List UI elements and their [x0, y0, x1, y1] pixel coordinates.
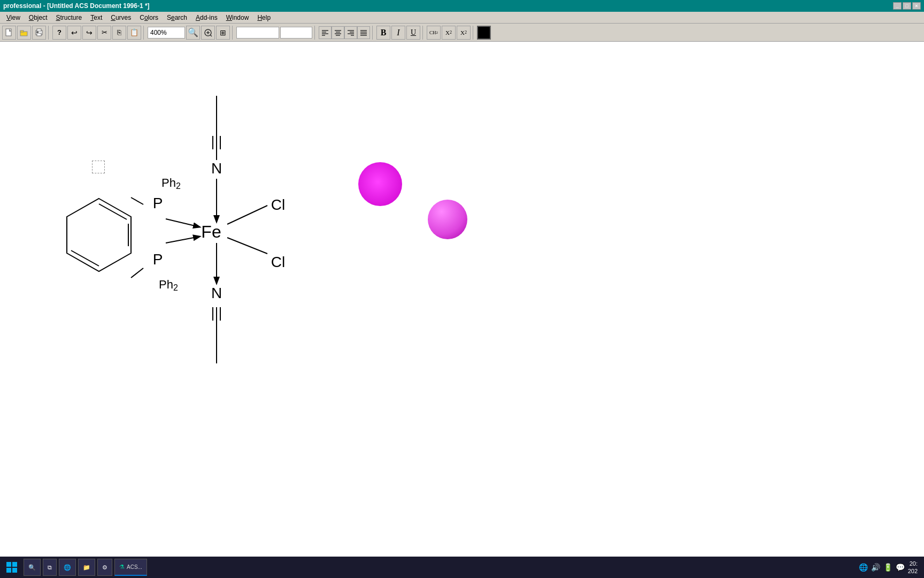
menu-text[interactable]: Text	[86, 13, 106, 22]
settings-icon: ⚙	[102, 564, 107, 571]
magenta-circle-large[interactable]	[358, 162, 402, 206]
window-title: professional - [Untitled ACS Document 19…	[3, 2, 893, 10]
battery-icon[interactable]: 🔋	[883, 563, 892, 572]
align-right-button[interactable]	[344, 26, 357, 39]
volume-icon[interactable]: 🔊	[871, 563, 880, 572]
cl-top-label: Cl	[271, 196, 285, 213]
undo-button[interactable]: ↩	[67, 26, 81, 40]
svg-rect-28	[0, 42, 924, 567]
align-center-button[interactable]	[332, 26, 344, 39]
n-top-label: N	[211, 160, 222, 177]
magenta-circle-small[interactable]	[428, 200, 467, 239]
separator-4	[314, 26, 317, 40]
separator-1	[48, 26, 50, 40]
print-button[interactable]	[32, 26, 46, 40]
font-family-dropdown[interactable]	[236, 27, 279, 39]
wechat-icon[interactable]: 💬	[896, 563, 905, 572]
explorer-icon: 📁	[83, 564, 90, 571]
bold-button[interactable]: B	[376, 26, 390, 40]
menu-colors[interactable]: Colors	[135, 13, 163, 22]
menu-addins[interactable]: Add-ins	[191, 13, 222, 22]
separator-5	[372, 26, 374, 40]
p-bottom-label: P	[153, 251, 163, 268]
svg-rect-49	[6, 562, 11, 567]
settings-button[interactable]: ⚙	[97, 559, 112, 576]
superscript-button[interactable]: X2	[457, 26, 471, 40]
cl-bottom-label: Cl	[271, 254, 285, 270]
svg-rect-7	[36, 32, 38, 33]
svg-rect-0	[6, 29, 11, 36]
menu-view[interactable]: View	[2, 13, 25, 22]
separator-7	[473, 26, 475, 40]
chemistry-canvas: Fe N N Cl Cl P Ph2 P	[0, 42, 924, 567]
search-taskbar-button[interactable]: 🔍	[24, 559, 41, 576]
italic-button[interactable]: I	[391, 26, 405, 40]
zoom-in-button[interactable]	[201, 26, 215, 40]
svg-line-9	[210, 35, 212, 36]
menu-curves[interactable]: Curves	[106, 13, 135, 22]
svg-rect-3	[20, 31, 24, 32]
fe-label: Fe	[201, 222, 221, 241]
menu-object[interactable]: Object	[25, 13, 52, 22]
date: 202	[908, 567, 918, 575]
help-button[interactable]: ?	[52, 26, 66, 40]
titlebar: professional - [Untitled ACS Document 19…	[0, 0, 924, 12]
font-size-dropdown[interactable]	[280, 27, 312, 39]
copy-button[interactable]: ⎘	[112, 26, 126, 40]
align-justify-button[interactable]	[357, 26, 370, 39]
cut-button[interactable]: ✂	[97, 26, 111, 40]
menu-structure[interactable]: Structure	[52, 13, 87, 22]
taskview-button[interactable]: ⧉	[43, 559, 57, 576]
close-button[interactable]: ×	[912, 2, 921, 10]
time: 20:	[908, 560, 918, 567]
ch2-button[interactable]: CH2	[427, 26, 441, 40]
redo-button[interactable]: ↪	[82, 26, 96, 40]
menu-window[interactable]: Window	[222, 13, 253, 22]
clock[interactable]: 20: 202	[908, 560, 918, 575]
taskbar: 🔍 ⧉ 🌐 📁 ⚙ ⚗ ACS... 🌐 🔊 🔋 💬 20: 202	[0, 557, 924, 578]
explorer-button[interactable]: 📁	[78, 559, 95, 576]
minimize-button[interactable]: _	[893, 2, 902, 10]
svg-rect-6	[37, 29, 41, 31]
n-bottom-label: N	[211, 285, 222, 301]
edge-icon: 🌐	[64, 564, 71, 571]
paste-button[interactable]: 📋	[127, 26, 141, 40]
menu-help[interactable]: Help	[253, 13, 275, 22]
menubar: View Object Structure Text Curves Colors…	[0, 12, 924, 24]
taskview-icon: ⧉	[48, 564, 52, 571]
zoom-out-button[interactable]: 🔍	[186, 26, 200, 40]
color-swatch[interactable]	[477, 26, 491, 40]
menu-search[interactable]: Search	[163, 13, 191, 22]
toolbar: ? ↩ ↪ ✂ ⎘ 📋 🔍 ⊞ B I U CH2	[0, 24, 924, 42]
underline-button[interactable]: U	[406, 26, 420, 40]
separator-3	[232, 26, 234, 40]
svg-rect-5	[37, 33, 41, 36]
system-tray: 🌐 🔊 🔋 💬 20: 202	[854, 560, 922, 575]
align-group	[319, 26, 370, 39]
fit-page-button[interactable]: ⊞	[216, 26, 230, 40]
start-button[interactable]	[2, 559, 21, 576]
svg-rect-51	[6, 568, 11, 573]
align-left-button[interactable]	[319, 26, 332, 39]
acs-icon: ⚗	[119, 564, 125, 571]
network-icon[interactable]: 🌐	[859, 563, 868, 572]
edge-button[interactable]: 🌐	[59, 559, 76, 576]
acs-button[interactable]: ⚗ ACS...	[114, 559, 147, 576]
open-button[interactable]	[17, 26, 31, 40]
separator-2	[143, 26, 145, 40]
maximize-button[interactable]: □	[903, 2, 911, 10]
acs-label: ACS...	[127, 564, 142, 570]
svg-rect-50	[12, 562, 17, 567]
svg-rect-52	[12, 568, 17, 573]
p-top-label: P	[153, 195, 163, 211]
zoom-input[interactable]	[148, 27, 185, 39]
search-taskbar-icon: 🔍	[28, 564, 36, 571]
new-button[interactable]	[2, 26, 16, 40]
window-controls: _ □ ×	[893, 2, 921, 10]
separator-6	[422, 26, 425, 40]
subscript-button[interactable]: X2	[442, 26, 456, 40]
main-canvas[interactable]: Fe N N Cl Cl P Ph2 P	[0, 42, 924, 567]
